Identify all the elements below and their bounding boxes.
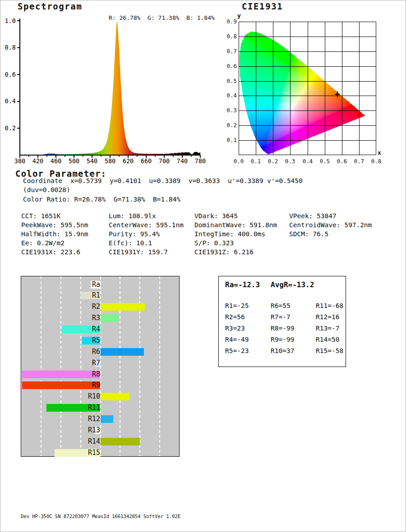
cri-bar-R10 (101, 393, 130, 400)
cri-bar-label: R4 (92, 326, 100, 333)
cie-x-tick: 0.3 (281, 158, 299, 165)
cri-bar-label: R7 (92, 359, 100, 367)
param-cell: IntegTime: 400.0ms (194, 230, 265, 238)
spectrogram-chart: 3804204605005405806206607007407800.20.40… (0, 0, 208, 167)
spec-y-tick: 0.8 (5, 44, 16, 51)
coordinate-line: Coordinate x=0.5739 y=0.4101 u=0.3389 v=… (23, 177, 303, 184)
cri-bar-R9 (22, 381, 101, 389)
avgr-summary-value: AvgR=-13.2 (271, 280, 314, 289)
cie-y-tick: 0.4 (221, 92, 237, 99)
spec-x-tick: 780 (195, 157, 206, 165)
cri-value-item: R3=23 (225, 325, 245, 332)
spec-x-tick: 580 (105, 157, 115, 165)
spec-x-tick: 420 (32, 157, 43, 165)
param-cell: CenterWave: 595.1nm (109, 221, 184, 229)
ra-summary-value: Ra=-12.3 (225, 280, 260, 289)
cri-value-item: R9=-99 (271, 336, 294, 343)
cie-y-axis-label: y (237, 12, 241, 19)
cie-x-tick: 0.6 (333, 158, 351, 165)
spec-y-tick: 1.0 (5, 17, 16, 24)
cri-gridline (80, 276, 81, 456)
cri-value-item: R6=55 (271, 302, 291, 309)
cri-value-item: R4=-49 (225, 336, 249, 343)
param-cell: Purity: 95.4% (109, 230, 160, 238)
cie-y-tick: 0.9 (221, 18, 237, 25)
cri-bar-label: R12 (88, 415, 100, 423)
spec-x-tick: 540 (87, 157, 97, 165)
cri-value-item: R7=-7 (271, 313, 291, 321)
cie-y-tick: 0.8 (221, 33, 237, 40)
cri-value-item: R15=-58 (316, 347, 343, 354)
cri-bar-label: R9 (92, 381, 100, 389)
spec-x-tick: 660 (141, 157, 152, 165)
spec-x-tick: 460 (51, 157, 61, 165)
spec-y-tick: 0.2 (5, 124, 16, 132)
param-cell: CIE1931Z: 6.216 (194, 248, 254, 256)
cie-x-tick: 0.1 (247, 158, 265, 165)
cri-value-item: R12=16 (316, 313, 339, 321)
spec-x-tick: 620 (123, 157, 134, 165)
cie-x-tick: 0.0 (230, 158, 248, 165)
cri-bar-label: R1 (92, 292, 100, 299)
param-cell: VPeek: 53847 (289, 212, 337, 220)
param-cell: VDark: 3645 (194, 212, 238, 220)
cri-bar-label: R8 (92, 371, 100, 378)
param-cell: CIE1931X: 223.6 (21, 248, 80, 256)
cie-x-tick: 0.8 (367, 158, 385, 165)
parameter-grid: CCT: 1651KLum: 108.9lxVDark: 3645VPeek: … (21, 212, 400, 259)
param-cell: DominantWave: 591.8nm (194, 221, 277, 229)
cri-value-item: R2=56 (225, 313, 245, 321)
cie-y-tick: 0.1 (221, 137, 237, 143)
cie-y-tick: 0.3 (221, 107, 237, 114)
cie-x-tick: 0.4 (299, 158, 317, 165)
cri-gridline (159, 276, 160, 456)
cie-y-tick: 0.2 (221, 122, 237, 128)
param-cell: S/P: 0.323 (194, 239, 234, 247)
cri-value-item: R5=-23 (225, 347, 249, 354)
cri-bar-label: R3 (92, 314, 100, 322)
spectrogram-svg: 3804204605005405806206607007407800.20.40… (0, 0, 208, 167)
cri-bar-R3 (101, 314, 119, 322)
cri-bar-label: R11 (88, 404, 100, 412)
cie-y-tick: 0.7 (221, 48, 237, 55)
cri-gridline (60, 276, 61, 456)
cri-value-item: R10=37 (271, 347, 294, 354)
cri-values-panel: Ra=-12.3 AvgR=-13.2 R1=-25R2=56R3=23R4=-… (218, 276, 346, 367)
param-cell: Ee: 0.2W/m2 (21, 239, 65, 247)
cri-bar-label: R5 (92, 337, 100, 344)
cie-y-tick: 0.6 (221, 63, 237, 69)
cri-bar-R14 (101, 438, 140, 445)
param-cell: CIE1931Y: 159.7 (109, 248, 168, 256)
rgb-ratio-annotation: R: 26.78% G: 71.38% B: 1.84% (109, 14, 197, 21)
cri-bar-label: R15 (88, 449, 100, 457)
cie-x-tick: 0.5 (316, 158, 334, 165)
cri-value-item: R13=-7 (316, 325, 339, 332)
cie-x-axis-label: x (378, 149, 381, 156)
param-cell: CentroidWave: 597.2nm (289, 221, 372, 229)
cri-bar-label: R13 (88, 427, 100, 434)
device-info-footer: Dev HP-350C SN 872203077 MeasId 16613428… (21, 514, 180, 519)
cie1931-chart: y x 0.10.20.30.40.50.60.70.80.90.00.10.2… (208, 0, 406, 167)
spectrum-curve (20, 21, 200, 155)
spec-x-tick: 380 (14, 157, 25, 165)
cri-bar-R8 (22, 371, 101, 378)
cri-value-item: R11=-68 (316, 302, 343, 309)
color-ratio-line: Color Ratio: R=26.78% G=71.38% B=1.84% (23, 196, 180, 203)
cri-value-item: R1=-25 (225, 302, 249, 309)
cri-value-item: R14=50 (316, 336, 339, 343)
param-cell: SDCM: 76.5 (289, 230, 328, 238)
cri-bar-label: R2 (92, 303, 100, 311)
spec-x-tick: 500 (69, 157, 79, 165)
cri-value-item: R8=-99 (271, 325, 294, 332)
cri-bar-label: R14 (88, 438, 100, 445)
param-cell: Lum: 108.9lx (109, 212, 156, 220)
duv-line: (duv=0.0028) (23, 186, 70, 193)
cri-bar-R2 (101, 303, 145, 311)
cri-bar-label: R10 (88, 393, 100, 400)
cri-gridline (41, 276, 42, 456)
spec-x-tick: 740 (177, 157, 188, 165)
param-cell: E(fc): 10.1 (109, 239, 152, 247)
measurement-report-page: Spectrogram CIE1931 38042046050054058062… (0, 0, 406, 532)
cri-bar-R12 (101, 415, 113, 423)
param-cell: HalfWidth: 15.9nm (21, 230, 88, 238)
